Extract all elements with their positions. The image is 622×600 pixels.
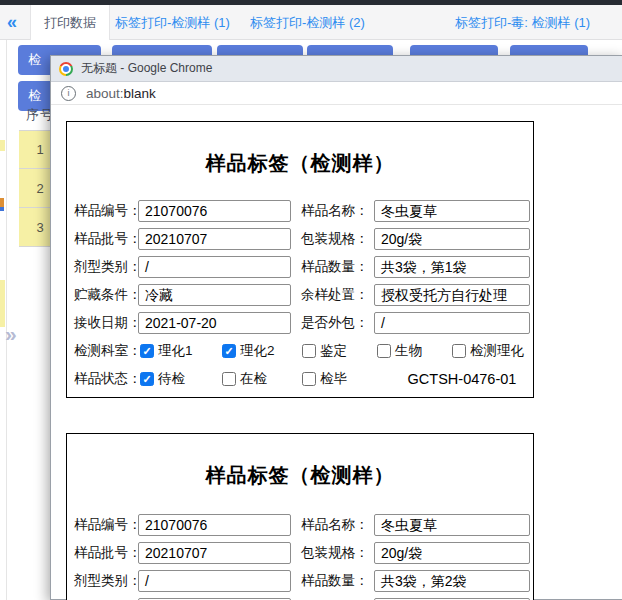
field-input[interactable]: / <box>138 256 291 278</box>
field-label: 包装规格： <box>301 542 369 564</box>
chrome-logo-icon <box>59 62 73 76</box>
window-titlebar[interactable]: 无标题 - Google Chrome <box>51 56 622 82</box>
field-input[interactable]: 20210707 <box>138 228 291 250</box>
field-label: 样品编号： <box>74 200 142 222</box>
checkbox[interactable] <box>222 344 236 358</box>
field-input[interactable]: 21070076 <box>138 514 291 536</box>
url-text: about:blank <box>86 86 156 101</box>
checkbox-label: 鉴定 <box>320 342 347 360</box>
checkbox-label: 检毕 <box>320 370 347 388</box>
field-input[interactable]: 冬虫夏草 <box>374 200 530 222</box>
sample-code: GCTSH-0476-01 <box>397 370 527 388</box>
checkbox-label: 检测理化 <box>470 342 524 360</box>
checkbox[interactable] <box>377 344 391 358</box>
field-label: 样品状态： <box>74 370 142 388</box>
field-input[interactable]: 21070076 <box>138 200 291 222</box>
tab-label-print-sample-1[interactable]: 标签打印-检测样 (1) <box>115 5 230 40</box>
field-label: 贮藏条件： <box>74 284 142 306</box>
field-label: 样品数量： <box>301 570 369 592</box>
checkbox[interactable] <box>302 372 316 386</box>
field-label: 是否外包： <box>301 312 369 334</box>
panel-divider <box>6 40 7 600</box>
checkbox-label: 在检 <box>240 370 267 388</box>
field-label: 样品数量： <box>301 256 369 278</box>
warning-icon <box>0 198 4 207</box>
row-sliver <box>0 140 5 151</box>
checkbox[interactable] <box>302 344 316 358</box>
warning-icon <box>0 207 4 211</box>
checkbox-label: 生物 <box>395 342 422 360</box>
card-title: 样品标签（检测样） <box>67 150 533 177</box>
field-label: 余样处置： <box>301 284 369 306</box>
field-input[interactable]: 授权受托方自行处理 <box>374 284 530 306</box>
tab-label-print-sample-2[interactable]: 标签打印-检测样 (2) <box>250 5 365 40</box>
field-input[interactable]: 2021-07-20 <box>138 312 291 334</box>
field-label: 检测科室： <box>74 342 142 360</box>
sample-label-card: 样品标签（检测样） 样品编号： 21070076 样品名称： 冬虫夏草 样品批号… <box>66 433 534 600</box>
window-title: 无标题 - Google Chrome <box>81 60 212 77</box>
expand-sidebar-icon[interactable]: » <box>5 322 17 346</box>
field-label: 样品名称： <box>301 200 369 222</box>
field-label: 包装规格： <box>301 228 369 250</box>
card-title: 样品标签（检测样） <box>67 462 533 489</box>
field-label: 样品编号： <box>74 514 142 536</box>
row-sliver <box>0 280 5 327</box>
field-input[interactable]: / <box>374 312 530 334</box>
info-icon <box>61 86 76 101</box>
field-input[interactable]: 共3袋，第1袋 <box>374 256 530 278</box>
field-input[interactable]: 冬虫夏草 <box>374 514 530 536</box>
checkbox[interactable] <box>452 344 466 358</box>
chrome-popup-window: 无标题 - Google Chrome about:blank 样品标签（检测样… <box>50 55 622 600</box>
field-label: 样品批号： <box>74 228 142 250</box>
tab-print-data[interactable]: 打印数据 <box>30 5 110 40</box>
address-bar: about:blank <box>51 82 622 105</box>
field-label: 样品批号： <box>74 542 142 564</box>
field-label: 接收日期： <box>74 312 142 334</box>
collapse-tabs-icon[interactable]: « <box>7 5 17 40</box>
checkbox[interactable] <box>222 372 236 386</box>
sample-label-card: 样品标签（检测样） 样品编号： 21070076 样品名称： 冬虫夏草 样品批号… <box>66 121 534 398</box>
field-input[interactable]: 20g/袋 <box>374 228 530 250</box>
field-input[interactable]: 冷藏 <box>138 284 291 306</box>
checkbox-label: 待检 <box>158 370 185 388</box>
field-input[interactable]: / <box>138 570 291 592</box>
field-label: 剂型类别： <box>74 256 142 278</box>
field-input[interactable]: 20g/袋 <box>374 542 530 564</box>
tab-label-print-toxic-sample-1[interactable]: 标签打印-毒: 检测样 (1) <box>455 5 590 40</box>
checkbox-label: 理化2 <box>240 342 275 360</box>
field-input[interactable]: 20210707 <box>138 542 291 564</box>
checkbox[interactable] <box>140 344 154 358</box>
checkbox[interactable] <box>140 372 154 386</box>
checkbox-label: 理化1 <box>158 342 193 360</box>
field-input[interactable]: 共3袋，第2袋 <box>374 570 530 592</box>
field-label: 样品名称： <box>301 514 369 536</box>
field-label: 剂型类别： <box>74 570 142 592</box>
